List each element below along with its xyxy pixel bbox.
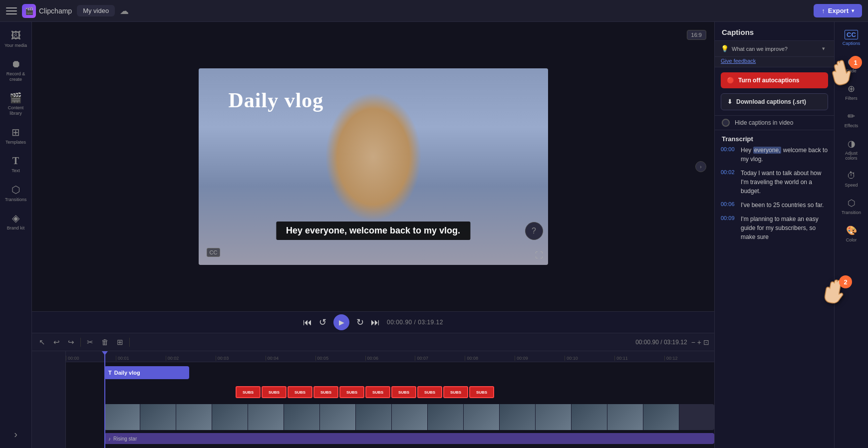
export-button[interactable]: ↑ Export ▾ (814, 4, 862, 17)
video-track-block[interactable] (104, 404, 714, 430)
filters-icon: ⊕ (848, 83, 855, 94)
sidebar-item-content-library[interactable]: 🎬 Content library (2, 88, 30, 120)
give-feedback-link[interactable]: Give feedback (721, 58, 756, 64)
transcript-time-0: 00:00 (721, 146, 737, 152)
video-title-tab[interactable]: My video (77, 5, 115, 16)
right-toolbar-speed[interactable]: ⏱ Speed (837, 167, 866, 192)
sidebar-expand-button[interactable]: › (2, 425, 30, 444)
right-toolbar-color[interactable]: 🎨 Color (837, 221, 866, 246)
redo-button[interactable]: ↪ (66, 336, 76, 349)
delete-button[interactable]: 🗑 (99, 336, 111, 348)
sidebar-item-transitions[interactable]: ⬡ Transitions (2, 180, 30, 207)
timeline-area: ↖ ↩ ↪ ✂ 🗑 ⊞ 00:00.90 / 03:19.12 − + ⊡ (32, 333, 714, 448)
music-label: Rising star (113, 436, 137, 442)
subs-chip[interactable]: SUBS (339, 386, 364, 398)
ruler-mark: 00:09 (515, 356, 565, 361)
rewind-button[interactable]: ↺ (319, 317, 326, 328)
right-toolbar-captions[interactable]: CC Captions (837, 26, 866, 50)
zoom-in-button[interactable]: + (697, 338, 701, 346)
ruler-mark: 00:08 (465, 356, 515, 361)
subs-chip[interactable]: SUBS (288, 386, 312, 398)
turn-off-autocaptions-button[interactable]: 🔴 Turn off autocaptions (721, 72, 828, 88)
transition-icon: ⬡ (848, 198, 856, 209)
subs-chip[interactable]: SUBS (262, 386, 287, 398)
main-area: 🖼 Your media ⏺ Record & create 🎬 Content… (0, 22, 868, 448)
video-thumbnail (643, 404, 679, 430)
fullscreen-button[interactable]: ⛶ (535, 251, 543, 260)
add-button[interactable]: ⊞ (115, 336, 125, 349)
download-captions-button[interactable]: ⬇ Download captions (.srt) (721, 93, 828, 110)
help-button[interactable]: ? (525, 222, 543, 240)
topbar-left: 🎬 Clipchamp My video ☁ (6, 4, 814, 18)
record-create-icon: ⏺ (11, 58, 21, 70)
sidebar-label-templates: Templates (5, 140, 26, 145)
video-thumbnail (392, 404, 428, 430)
app-name: Clipchamp (39, 7, 72, 15)
video-thumbnail (248, 404, 284, 430)
right-toolbar-adjust-colors[interactable]: ◑ Adjust colors (837, 134, 866, 165)
transcript-text-1[interactable]: Today I want to talk about how I'm trave… (741, 169, 828, 196)
download-label: Download captions (.srt) (736, 98, 806, 105)
music-track-block[interactable]: ♪ Rising star (104, 433, 714, 444)
hide-captions-toggle[interactable] (722, 119, 730, 127)
subs-chip[interactable]: SUBS (236, 386, 261, 398)
sidebar-label-your-media: Your media (4, 43, 27, 48)
subs-chip[interactable]: SUBS (391, 386, 416, 398)
sidebar-item-templates[interactable]: ⊞ Templates (2, 122, 30, 149)
topbar: 🎬 Clipchamp My video ☁ ↑ Export ▾ (0, 0, 868, 22)
right-toolbar-label-color: Color (846, 237, 857, 242)
transcript-text-3[interactable]: I'm planning to make an easy guide for m… (741, 215, 828, 241)
music-icon: ♪ (108, 436, 111, 442)
transcript-time-2: 00:06 (721, 201, 737, 207)
video-preview-container: 16:9 Daily vlog Hey everyone, welcome ba… (32, 22, 714, 311)
far-right-toolbar: CC Captions ◐ Fade ⊕ Filters ✏ Effects ◑… (834, 22, 868, 448)
feedback-row: 💡 What can we improve? ▾ (715, 41, 834, 57)
right-toolbar-transition[interactable]: ⬡ Transition (837, 194, 866, 219)
right-toolbar-filters[interactable]: ⊕ Filters (837, 79, 866, 105)
zoom-out-button[interactable]: − (691, 338, 695, 346)
sidebar-item-brand-kit[interactable]: ◈ Brand kit (2, 208, 30, 235)
skip-to-end-button[interactable]: ⏭ (371, 317, 380, 328)
cc-icon[interactable]: CC (207, 248, 221, 257)
video-thumbnail (536, 404, 572, 430)
subs-chip[interactable]: SUBS (469, 386, 494, 398)
sidebar-item-text[interactable]: T Text (2, 151, 30, 178)
subs-chip[interactable]: SUBS (365, 386, 390, 398)
video-thumbnail (176, 404, 212, 430)
select-tool-button[interactable]: ↖ (37, 336, 47, 349)
transcript-time-1: 00:02 (721, 169, 737, 175)
cut-button[interactable]: ✂ (85, 336, 95, 349)
transcript-text-2[interactable]: I've been to 25 countries so far. (741, 201, 824, 210)
menu-button[interactable] (6, 5, 17, 16)
text-track-icon: T (108, 370, 112, 376)
sidebar-label-text: Text (11, 168, 20, 174)
playhead[interactable] (104, 351, 105, 448)
undo-button[interactable]: ↩ (51, 336, 62, 349)
fit-to-screen-button[interactable]: ⊡ (703, 338, 709, 346)
topbar-right: ↑ Export ▾ (814, 4, 862, 17)
video-controls: ⏮ ↺ ▶ ↻ ⏭ 00:00.90 / 03:19.12 (32, 311, 714, 333)
skip-to-start-button[interactable]: ⏮ (303, 317, 312, 328)
right-toolbar-label-captions: Captions (843, 41, 861, 46)
video-caption-bar: Hey everyone, welcome back to my vlog. (276, 222, 470, 240)
video-thumbnail (356, 404, 392, 430)
subs-chip[interactable]: SUBS (313, 386, 338, 398)
subs-chip[interactable]: SUBS (417, 386, 442, 398)
forward-button[interactable]: ↻ (356, 317, 364, 328)
sidebar-label-content-library: Content library (4, 105, 28, 116)
effects-icon: ✏ (848, 111, 855, 122)
your-media-icon: 🖼 (11, 30, 21, 41)
content-library-icon: 🎬 (9, 92, 22, 104)
subs-chip[interactable]: SUBS (443, 386, 468, 398)
play-button[interactable]: ▶ (333, 314, 349, 330)
sidebar-item-record-create[interactable]: ⏺ Record & create (2, 54, 30, 86)
video-track-row (66, 402, 714, 431)
sidebar-item-your-media[interactable]: 🖼 Your media (2, 26, 30, 52)
ruler-mark: 00:07 (415, 356, 465, 361)
ruler-mark: 00:11 (614, 356, 664, 361)
right-toolbar-effects[interactable]: ✏ Effects (837, 107, 866, 132)
text-track-block[interactable]: T Daily vlog (104, 366, 189, 379)
transcript-text-0[interactable]: Hey everyone, welcome back to my vlog. (741, 146, 828, 164)
expand-right-button[interactable]: › (695, 161, 706, 172)
right-toolbar-fade[interactable]: ◐ Fade (837, 52, 866, 77)
